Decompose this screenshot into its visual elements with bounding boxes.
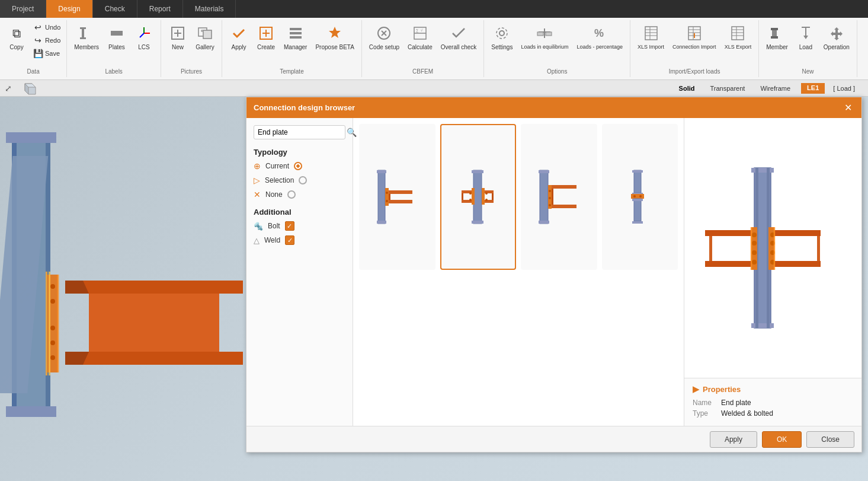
selection-radio[interactable] (299, 176, 307, 184)
loads-equilibrium-button[interactable]: Loads in equilibrium (517, 21, 572, 52)
copy-button[interactable]: ⧉ Copy (4, 21, 30, 53)
current-typology-icon: ⊕ (254, 161, 261, 171)
lcs-button[interactable]: LCS (131, 21, 157, 53)
additional-section: Additional 🔩 Bolt ✓ △ Weld ✓ (254, 208, 345, 245)
svg-text:√: √ (421, 28, 423, 32)
calculate-button[interactable]: ∑√ Calculate (404, 21, 436, 53)
wireframe-view-button[interactable]: Wireframe (753, 83, 797, 94)
xls-export-button[interactable]: XLS Export (721, 21, 755, 52)
member-icon (768, 24, 787, 43)
xls-export-icon (728, 24, 747, 43)
operation-button[interactable]: Operation (820, 21, 853, 53)
new-picture-button[interactable]: New (165, 21, 191, 53)
code-setup-button[interactable]: Code setup (366, 21, 403, 53)
browser-dialog: Connection design browser ✕ 🔍 Typology ⊕… (246, 97, 862, 453)
manager-button[interactable]: Manager (280, 21, 310, 53)
propose-icon (325, 24, 344, 43)
svg-rect-82 (385, 188, 389, 206)
svg-rect-90 (472, 221, 483, 224)
ribbon-pictures-buttons: New Gallery (165, 21, 218, 68)
settings-button[interactable]: Settings (488, 21, 516, 53)
svg-rect-62 (6, 132, 56, 143)
svg-rect-119 (634, 199, 641, 221)
svg-rect-107 (552, 185, 576, 189)
transparent-view-button[interactable]: Transparent (703, 83, 752, 94)
current-radio[interactable] (294, 162, 302, 170)
browser-close-button[interactable]: ✕ (842, 102, 854, 113)
members-button[interactable]: Members (71, 21, 103, 53)
close-button[interactable]: Close (806, 431, 854, 448)
typology-none-item[interactable]: ✕ None (254, 190, 345, 199)
overall-check-button[interactable]: Overall check (437, 21, 481, 53)
save-button[interactable]: 💾 Save (31, 47, 63, 59)
svg-marker-19 (329, 27, 341, 38)
selection-label: Selection (265, 176, 294, 184)
search-input[interactable] (258, 128, 347, 136)
apply-template-button[interactable]: Apply (226, 21, 252, 53)
tab-materials[interactable]: Materials (183, 0, 236, 18)
loads-equilibrium-icon (535, 24, 554, 43)
expand-button[interactable]: ⤢ (0, 80, 17, 97)
type-prop-value: Welded & bolted (721, 409, 773, 418)
redo-button[interactable]: ↪ Redo (31, 34, 63, 46)
property-name-row: Name End plate (693, 399, 853, 407)
svg-rect-124 (751, 323, 774, 328)
overall-check-icon (449, 24, 468, 43)
svg-point-134 (752, 260, 757, 265)
typology-section-title: Typology (254, 148, 345, 157)
ribbon-group-pictures: New Gallery Pictures (161, 20, 222, 77)
svg-text:∑: ∑ (416, 28, 418, 33)
apply-button[interactable]: Apply (710, 431, 757, 448)
code-setup-icon (374, 24, 393, 43)
svg-rect-93 (462, 193, 463, 200)
plates-button[interactable]: Plates (104, 21, 130, 53)
load-button[interactable]: Load (793, 21, 819, 53)
weld-checkbox-item: △ Weld ✓ (254, 235, 345, 245)
undo-redo-save-group: ↩ Undo ↪ Redo 💾 Save (31, 21, 63, 59)
browser-right-panel: ▶ Properties Name End plate Type Welded … (684, 118, 861, 426)
load-label: [ Load ] (826, 83, 862, 94)
svg-rect-17 (290, 32, 302, 34)
connection-thumb-1[interactable] (359, 124, 435, 270)
propose-button[interactable]: Propose BETA (312, 21, 357, 53)
connection-thumb-3[interactable] (521, 124, 597, 270)
svg-point-73 (50, 326, 55, 330)
tab-project[interactable]: Project (0, 0, 46, 18)
ribbon: ⧉ Copy ↩ Undo ↪ Redo 💾 Save Data (0, 18, 868, 80)
svg-point-75 (50, 355, 55, 360)
connection-thumb-2[interactable] (440, 124, 517, 270)
save-icon: 💾 (33, 49, 43, 58)
create-button[interactable]: Create (253, 21, 279, 53)
typology-selection-item[interactable]: ▷ Selection (254, 176, 345, 185)
svg-rect-32 (546, 32, 552, 36)
svg-rect-31 (537, 32, 543, 36)
svg-rect-34 (645, 27, 657, 40)
properties-arrow-icon: ▶ (693, 384, 699, 394)
search-box[interactable]: 🔍 (254, 125, 345, 139)
loads-percentage-button[interactable]: % Loads - percentage (573, 21, 626, 52)
property-type-row: Type Welded & bolted (693, 409, 853, 418)
svg-rect-45 (732, 27, 744, 40)
tab-design[interactable]: Design (46, 0, 92, 18)
tab-check[interactable]: Check (93, 0, 137, 18)
svg-rect-100 (482, 188, 485, 205)
weld-checkbox[interactable]: ✓ (285, 235, 294, 245)
tab-report[interactable]: Report (137, 0, 183, 18)
gallery-button[interactable]: Gallery (192, 21, 218, 53)
ok-button[interactable]: OK (762, 431, 802, 448)
typology-current-item[interactable]: ⊕ Current (254, 161, 345, 171)
svg-rect-1 (80, 27, 86, 29)
xls-import-button[interactable]: XLS Import (634, 21, 668, 52)
bolt-checkbox[interactable]: ✓ (285, 221, 294, 231)
svg-rect-123 (751, 168, 774, 173)
connection-import-button[interactable]: Connection Import (669, 21, 720, 52)
ribbon-labels-buttons: Members Plates LCS (71, 21, 157, 68)
solid-view-button[interactable]: Solid (672, 83, 702, 94)
svg-rect-83 (389, 190, 412, 194)
member-button[interactable]: Member (763, 21, 792, 53)
copy-icon: ⧉ (7, 24, 26, 43)
undo-button[interactable]: ↩ Undo (31, 21, 63, 33)
additional-section-title: Additional (254, 208, 345, 216)
none-radio[interactable] (287, 190, 296, 199)
connection-thumb-4[interactable] (602, 124, 678, 270)
